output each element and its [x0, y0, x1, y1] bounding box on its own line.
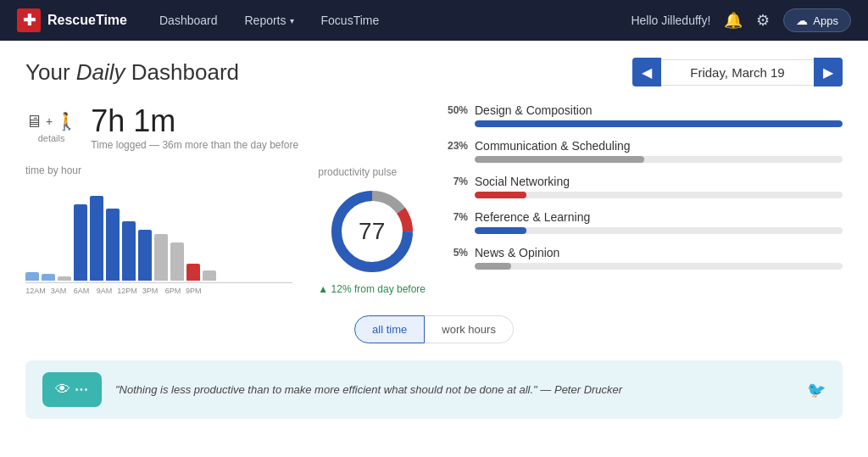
chart-bar — [90, 196, 103, 281]
category-item: 5% News & Opinion — [442, 246, 843, 270]
person-icon: 🚶 — [56, 111, 77, 131]
quote-text: "Nothing is less productive than to make… — [115, 383, 793, 396]
bell-icon[interactable]: 🔔 — [724, 11, 743, 30]
quote-bar: 👁 ••• "Nothing is less productive than t… — [25, 360, 843, 419]
dots-icon: ••• — [75, 385, 90, 394]
category-name: Social Networking — [475, 175, 570, 188]
chart-bar — [58, 276, 71, 281]
chart-bar — [122, 221, 136, 281]
apps-button[interactable]: ☁ Apps — [783, 8, 851, 32]
plus-icon: + — [46, 114, 53, 128]
pulse-change: ▲ 12% from day before — [318, 283, 426, 295]
chart-label: time by hour — [25, 164, 292, 176]
category-bar-fill — [475, 192, 526, 198]
chart-bar — [186, 264, 200, 281]
x-label: 6AM — [71, 287, 92, 295]
category-name: News & Opinion — [475, 246, 559, 259]
details-label[interactable]: details — [38, 133, 65, 143]
left-panel: 🖥 + 🚶 details 7h 1m Time logged — 36m mo… — [25, 103, 426, 295]
category-item: 23% Communication & Scheduling — [442, 139, 843, 163]
category-header: 50% Design & Composition — [442, 103, 843, 117]
tools-icon[interactable]: ⚙ — [756, 11, 770, 30]
pulse-arrow-icon: ▲ — [318, 283, 328, 295]
prev-date-button[interactable]: ◀ — [632, 58, 661, 86]
category-item: 7% Reference & Learning — [442, 210, 843, 234]
category-pct: 7% — [442, 211, 468, 223]
right-panel: 50% Design & Composition 23% Communicati… — [442, 103, 843, 295]
x-label: 6PM — [163, 287, 183, 295]
x-label: 9PM — [186, 287, 199, 295]
chart-bar — [154, 234, 168, 281]
category-bar-fill — [475, 263, 511, 270]
category-pct: 5% — [442, 247, 468, 259]
date-navigator: ◀ Friday, March 19 ▶ — [632, 58, 843, 86]
tab-all-time[interactable]: all time — [354, 315, 425, 343]
cloud-icon: ☁ — [796, 14, 808, 27]
pulse-value: 77 — [359, 218, 385, 245]
x-label: 12PM — [117, 287, 137, 295]
nav-reports[interactable]: Reports ▾ — [232, 8, 305, 32]
category-bar-fill — [475, 156, 644, 163]
nav-dashboard[interactable]: Dashboard — [147, 8, 230, 32]
category-bar-fill — [475, 120, 843, 127]
navbar: ✚ RescueTime Dashboard Reports ▾ FocusTi… — [0, 0, 868, 41]
pulse-label: productivity pulse — [318, 166, 397, 178]
logo-icon: ✚ — [17, 8, 41, 32]
logo-text: RescueTime — [47, 13, 127, 28]
bar-chart — [25, 181, 292, 283]
tab-work-hours[interactable]: work hours — [425, 315, 514, 343]
category-bar-bg — [475, 192, 843, 198]
category-header: 5% News & Opinion — [442, 246, 843, 259]
category-header: 7% Social Networking — [442, 175, 843, 188]
x-label: 9AM — [94, 287, 114, 295]
dashboard-header: Your Daily Dashboard ◀ Friday, March 19 … — [25, 58, 843, 86]
category-name: Communication & Scheduling — [475, 139, 631, 153]
category-pct: 23% — [442, 140, 468, 152]
next-date-button[interactable]: ▶ — [814, 58, 843, 86]
content-grid: 🖥 + 🚶 details 7h 1m Time logged — 36m mo… — [25, 103, 843, 295]
x-label: 12AM — [25, 287, 46, 295]
nav-right: Hello Jilleduffy! 🔔 ⚙ ☁ Apps — [631, 8, 851, 32]
time-logged-value: 7h 1m — [91, 103, 298, 139]
time-chart: time by hour 12AM3AM6AM9AM12PM3PM6PM9PM — [25, 164, 292, 295]
category-pct: 50% — [442, 104, 468, 116]
logo[interactable]: ✚ RescueTime — [17, 8, 127, 32]
chart-x-labels: 12AM3AM6AM9AM12PM3PM6PM9PM — [25, 287, 292, 295]
dashboard-title: Your Daily Dashboard — [25, 59, 239, 86]
category-header: 23% Communication & Scheduling — [442, 139, 843, 153]
category-bar-bg — [475, 156, 843, 163]
device-icons[interactable]: 🖥 + 🚶 details — [25, 111, 77, 143]
chart-bar — [170, 242, 184, 281]
chart-bar — [106, 209, 120, 281]
category-bar-bg — [475, 120, 843, 127]
monitor-icon: 🖥 — [25, 112, 42, 131]
time-logged-subtitle: Time logged — 36m more than the day befo… — [91, 139, 298, 151]
donut-chart: 77 — [326, 185, 419, 278]
category-name: Design & Composition — [475, 103, 593, 117]
pulse-container: productivity pulse 77 — [318, 166, 426, 295]
chart-bar — [203, 270, 216, 281]
category-bar-bg — [475, 263, 843, 270]
chart-bar — [74, 204, 87, 281]
twitter-icon[interactable]: 🐦 — [807, 381, 826, 399]
eye-icon: 👁 — [55, 381, 70, 398]
nav-focustime[interactable]: FocusTime — [309, 8, 392, 32]
category-header: 7% Reference & Learning — [442, 210, 843, 224]
category-bar-fill — [475, 227, 526, 234]
category-item: 7% Social Networking — [442, 175, 843, 198]
time-logged-row: 🖥 + 🚶 details 7h 1m Time logged — 36m mo… — [25, 103, 426, 151]
eye-button[interactable]: 👁 ••• — [42, 372, 102, 407]
category-pct: 7% — [442, 176, 468, 187]
date-display: Friday, March 19 — [661, 59, 814, 86]
chart-section: time by hour 12AM3AM6AM9AM12PM3PM6PM9PM … — [25, 164, 426, 295]
chart-bar — [42, 274, 55, 281]
category-bar-bg — [475, 227, 843, 234]
tabs-row: all time work hours — [25, 315, 843, 343]
categories-list: 50% Design & Composition 23% Communicati… — [442, 103, 843, 270]
chart-bar — [138, 230, 152, 281]
main-content: Your Daily Dashboard ◀ Friday, March 19 … — [0, 41, 868, 457]
time-info: 7h 1m Time logged — 36m more than the da… — [91, 103, 298, 151]
x-label: 3PM — [140, 287, 160, 295]
greeting-text: Hello Jilleduffy! — [631, 14, 710, 27]
chart-bar — [25, 272, 39, 281]
